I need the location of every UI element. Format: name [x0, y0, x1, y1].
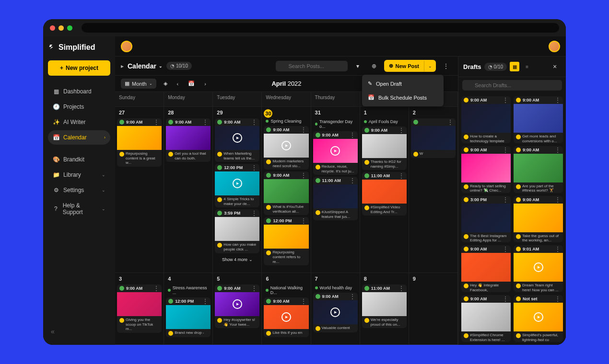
card-more-icon[interactable]: ⋮	[301, 299, 306, 303]
usage-pill[interactable]: ◔ 10/10	[166, 62, 192, 70]
post-card[interactable]: 11:00 AM ⋮ We're especially proud of thi…	[362, 284, 407, 328]
sidebar-item-dashboard[interactable]: ▦ Dashboard	[48, 84, 110, 99]
draft-card[interactable]: 9:00 AM ⋮ How to create a technology tem…	[461, 96, 511, 143]
card-more-icon[interactable]: ⋮	[503, 297, 508, 301]
post-card[interactable]: 9:00 AM ⋮ Like this if you en	[264, 297, 308, 337]
more-icon[interactable]: ⋮	[440, 60, 452, 72]
card-more-icon[interactable]: ⋮	[202, 299, 208, 303]
post-card[interactable]: 9:00 AM ⋮ Get you a tool that can do bot…	[166, 118, 211, 162]
drafts-usage[interactable]: ◔ 0/10	[484, 63, 507, 71]
day-cell[interactable]: 8 11:00 AM ⋮ We're especially proud of t…	[360, 273, 409, 345]
card-more-icon[interactable]: ⋮	[251, 286, 257, 290]
new-post-button[interactable]: ⊕New Post ⌄	[384, 60, 436, 72]
card-more-icon[interactable]: ⋮	[555, 148, 561, 152]
breadcrumb[interactable]: Calendar ⌄	[128, 62, 163, 70]
card-more-icon[interactable]: ⋮	[251, 211, 257, 215]
post-card[interactable]: 9:00 AM ⋮ Modern marketers need scroll s…	[264, 126, 308, 170]
post-card[interactable]: 9:00 AM ⋮ Giving you the scoop on TikTok…	[117, 284, 162, 333]
view-selector[interactable]: ▦ Month ⌄	[121, 79, 156, 89]
sidebar-item-calendar[interactable]: 📅 Calendar ›	[48, 130, 110, 145]
post-card[interactable]: 12:00 PM ⋮ Brand new drop -	[166, 297, 211, 337]
new-post-dropdown[interactable]: ⌄	[424, 61, 436, 71]
post-card[interactable]: 12:00 PM ⋮ Repurposing content refers to…	[264, 217, 308, 265]
card-more-icon[interactable]: ⋮	[350, 179, 355, 182]
panel-icon[interactable]: ▸	[121, 63, 124, 69]
draft-card[interactable]: 9:00 AM ⋮ #Simplified Chrome Extension i…	[461, 295, 511, 342]
logo[interactable]: Simplified	[48, 43, 110, 52]
prev-arrow[interactable]: ‹	[175, 80, 181, 88]
card-more-icon[interactable]: ⋮	[503, 148, 508, 152]
search-input[interactable]	[276, 61, 348, 71]
globe-icon[interactable]: ⊕	[368, 60, 380, 72]
draft-card[interactable]: 9:00 AM ⋮ Get more leads and conversions…	[514, 96, 563, 143]
sidebar-item-ai writer[interactable]: ✨ AI Writer	[48, 115, 110, 129]
card-more-icon[interactable]: ⋮	[503, 198, 508, 202]
menu-bulk-schedule[interactable]: 📅Bulk Schedule Posts	[362, 91, 444, 104]
close-drafts[interactable]: ×	[549, 60, 561, 73]
menu-open-draft[interactable]: ✎Open Draft	[362, 77, 444, 91]
post-card[interactable]: 9:00 AM ⋮ What is #YouTube verification …	[264, 171, 308, 215]
new-project-button[interactable]: + New project	[48, 60, 110, 76]
sidebar-item-projects[interactable]: 🕘 Projects	[48, 100, 110, 114]
day-cell[interactable]: 6National Walking D... 9:00 AM ⋮ Like th…	[262, 273, 311, 345]
card-more-icon[interactable]: ⋮	[251, 166, 257, 170]
workspace-avatar[interactable]	[121, 41, 132, 52]
post-card[interactable]: 9:00 AM ⋮ When Marketing teams tell us t…	[215, 118, 259, 162]
drafts-search-input[interactable]	[462, 80, 562, 91]
show-more[interactable]: Show 4 more ⌄	[215, 255, 259, 264]
event-tag[interactable]: World health day	[313, 284, 358, 291]
day-cell[interactable]: 31Transgender Day o... 9:00 AM ⋮ Reduce,…	[311, 107, 360, 273]
card-more-icon[interactable]: ⋮	[398, 286, 404, 290]
card-more-icon[interactable]: ⋮	[301, 173, 306, 177]
sidebar-item-library[interactable]: 📁 Library ⌄	[48, 168, 110, 182]
sidebar-item-help & support[interactable]: ? Help & Support ⌄	[48, 198, 110, 219]
post-card[interactable]: 3:59 PM ⋮ How can you make people click …	[215, 209, 259, 253]
card-more-icon[interactable]: ⋮	[301, 128, 306, 132]
card-more-icon[interactable]: ⋮	[251, 120, 257, 124]
day-cell[interactable]: 29 9:00 AM ⋮ When Marketing teams tell u…	[213, 107, 262, 273]
sidebar-item-settings[interactable]: ⚙ Settings ⌄	[48, 183, 110, 197]
day-cell[interactable]: 9	[409, 273, 458, 345]
grid-view-button[interactable]: ▦	[510, 62, 519, 71]
post-card[interactable]: 12:00 PM ⋮ 4 Simple Tricks to make your …	[215, 164, 259, 207]
day-cell[interactable]: 1April Fools Day 9:00 AM ⋮ Thanks to #G2…	[360, 107, 409, 273]
day-cell[interactable]: 3 9:00 AM ⋮ Giving you the scoop on TikT…	[115, 273, 164, 345]
max-dot[interactable]	[67, 25, 72, 31]
card-more-icon[interactable]: ⋮	[555, 297, 561, 301]
sidebar-item-brandkit[interactable]: 🎨 Brandkit	[48, 152, 110, 167]
day-cell[interactable]: 7World health day 9:00 AM ⋮ Valuable con…	[311, 273, 360, 345]
today-button[interactable]: 📅	[186, 79, 197, 88]
post-card[interactable]: 9:00 AM ⋮ Reduce, reuse, recycle. It's n…	[313, 131, 358, 175]
card-more-icon[interactable]: ⋮	[153, 286, 159, 290]
card-more-icon[interactable]: ⋮	[153, 120, 159, 124]
day-cell[interactable]: 4Stress Awareness ... 12:00 PM ⋮ Brand n…	[164, 273, 213, 345]
day-cell[interactable]: 2 ⋮ W	[409, 107, 458, 273]
next-arrow[interactable]: ›	[202, 80, 209, 88]
card-more-icon[interactable]: ⋮	[350, 295, 355, 298]
card-more-icon[interactable]: ⋮	[350, 133, 355, 137]
event-tag[interactable]: Spring Cleaning	[264, 118, 308, 125]
post-card[interactable]: 9:00 AM ⋮ Thanks to #G2 for naming #Simp…	[362, 126, 407, 170]
card-more-icon[interactable]: ⋮	[202, 120, 208, 124]
filter-icon[interactable]: ▾	[351, 60, 364, 72]
card-more-icon[interactable]: ⋮	[503, 247, 508, 251]
card-more-icon[interactable]: ⋮	[398, 128, 404, 132]
draft-card[interactable]: Not set ⋮ Simplified's powerful, lightni…	[514, 295, 563, 342]
draft-card[interactable]: 9:00 AM ⋮ Take the guess out of the work…	[514, 196, 563, 243]
card-more-icon[interactable]: ⋮	[398, 174, 404, 178]
card-more-icon[interactable]: ⋮	[301, 219, 306, 223]
draft-card[interactable]: 9:00 AM ⋮ Ready to start selling online?…	[461, 146, 511, 193]
draft-card[interactable]: 3:00 PM ⋮ The 6 Best Instagram Editing A…	[461, 196, 511, 243]
list-view-button[interactable]: ≡	[522, 62, 532, 71]
event-tag[interactable]: April Fools Day	[362, 118, 407, 125]
card-more-icon[interactable]: ⋮	[555, 247, 561, 251]
url-bar[interactable]	[82, 23, 559, 33]
post-card[interactable]: 9:00 AM ⋮ Repurposing content is a great…	[117, 118, 162, 167]
card-more-icon[interactable]: ⋮	[555, 98, 561, 102]
post-card[interactable]: 11:00 AM ⋮ #Simplified Video Editing And…	[362, 172, 407, 216]
draft-card[interactable]: 9:00 AM ⋮ Hey 👋 Integrate Facebook, Inst…	[461, 245, 511, 292]
collapse-sidebar[interactable]: «	[48, 325, 110, 338]
draft-card[interactable]: 9:00 AM ⋮ Are you part of the #fitness w…	[514, 146, 563, 193]
card-more-icon[interactable]: ⋮	[503, 98, 508, 102]
draft-card[interactable]: 9:01 AM ⋮ Dream Team right here! Now you…	[514, 245, 563, 292]
